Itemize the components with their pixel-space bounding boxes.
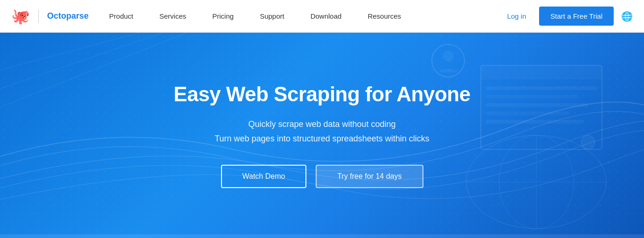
navbar: 🐙 Octoparse Product Services Pricing Sup… bbox=[0, 0, 644, 33]
hero-subtitle-line2: Turn web pages into structured spreadshe… bbox=[215, 134, 429, 143]
login-button[interactable]: Log in bbox=[499, 8, 533, 24]
navbar-actions: Log in Start a Free Trial 🌐 bbox=[499, 7, 633, 26]
hero-title: Easy Web Scraping for Anyone bbox=[173, 83, 470, 106]
svg-rect-11 bbox=[485, 103, 588, 107]
hero-subtitle: Quickly scrape web data without coding T… bbox=[173, 117, 470, 146]
hero-buttons: Watch Demo Try free for 14 days bbox=[173, 165, 470, 188]
logo[interactable]: 🐙 Octoparse bbox=[11, 7, 89, 25]
start-free-trial-button[interactable]: Start a Free Trial bbox=[539, 7, 614, 26]
svg-rect-10 bbox=[485, 95, 579, 98]
svg-rect-12 bbox=[485, 112, 569, 115]
nav-item-services[interactable]: Services bbox=[146, 0, 200, 33]
logo-divider bbox=[38, 10, 39, 23]
hero-section: Easy Web Scraping for Anyone Quickly scr… bbox=[0, 33, 644, 238]
nav-item-support[interactable]: Support bbox=[247, 0, 298, 33]
watch-demo-button[interactable]: Watch Demo bbox=[221, 165, 307, 188]
svg-rect-9 bbox=[485, 86, 597, 90]
hero-scroll-indicator bbox=[0, 234, 644, 238]
language-selector-icon[interactable]: 🌐 bbox=[621, 11, 633, 22]
nav-item-pricing[interactable]: Pricing bbox=[199, 0, 247, 33]
svg-line-1 bbox=[0, 33, 163, 89]
svg-line-2 bbox=[0, 33, 187, 107]
main-nav: Product Services Pricing Support Downloa… bbox=[96, 0, 499, 33]
hero-subtitle-line1: Quickly scrape web data without coding bbox=[248, 119, 395, 129]
svg-rect-13 bbox=[485, 120, 583, 124]
svg-line-0 bbox=[0, 33, 140, 70]
nav-item-resources[interactable]: Resources bbox=[354, 0, 414, 33]
nav-item-product[interactable]: Product bbox=[96, 0, 146, 33]
nav-item-download[interactable]: Download bbox=[298, 0, 355, 33]
svg-rect-8 bbox=[481, 65, 602, 79]
svg-point-16 bbox=[443, 50, 454, 62]
hero-content: Easy Web Scraping for Anyone Quickly scr… bbox=[173, 83, 470, 188]
svg-point-14 bbox=[581, 135, 595, 149]
try-free-button[interactable]: Try free for 14 days bbox=[316, 165, 423, 188]
logo-icon: 🐙 bbox=[11, 7, 30, 25]
brand-name[interactable]: Octoparse bbox=[47, 11, 89, 21]
